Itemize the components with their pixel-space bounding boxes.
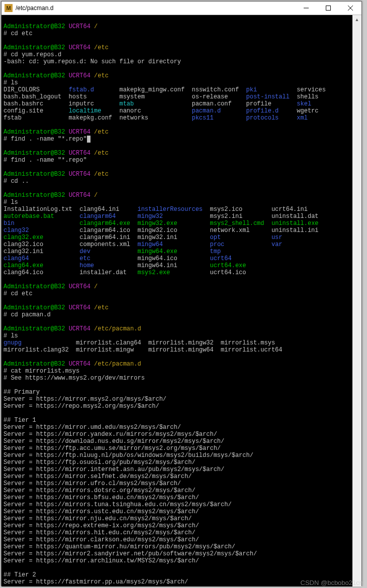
- close-button[interactable]: [339, 2, 361, 15]
- scroll-up-arrow[interactable]: ▲: [352, 15, 361, 24]
- terminal-output[interactable]: Administrator@B32 UCRT64 / # cd etc Admi…: [2, 15, 352, 586]
- msys2-icon: M: [5, 4, 13, 12]
- svg-rect-1: [326, 6, 331, 11]
- minimize-button[interactable]: [295, 2, 317, 15]
- window-title: /etc/pacman.d: [16, 5, 295, 11]
- titlebar[interactable]: M /etc/pacman.d: [2, 2, 361, 15]
- maximize-button[interactable]: [317, 2, 339, 15]
- terminal-window: M /etc/pacman.d Administrator@B32 UCRT64…: [1, 1, 362, 586]
- scrollbar[interactable]: ▲: [352, 15, 361, 586]
